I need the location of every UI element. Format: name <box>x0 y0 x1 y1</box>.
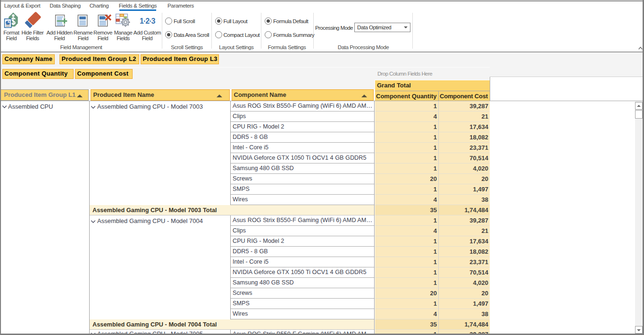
svg-text:1·2·3: 1·2·3 <box>140 17 155 25</box>
